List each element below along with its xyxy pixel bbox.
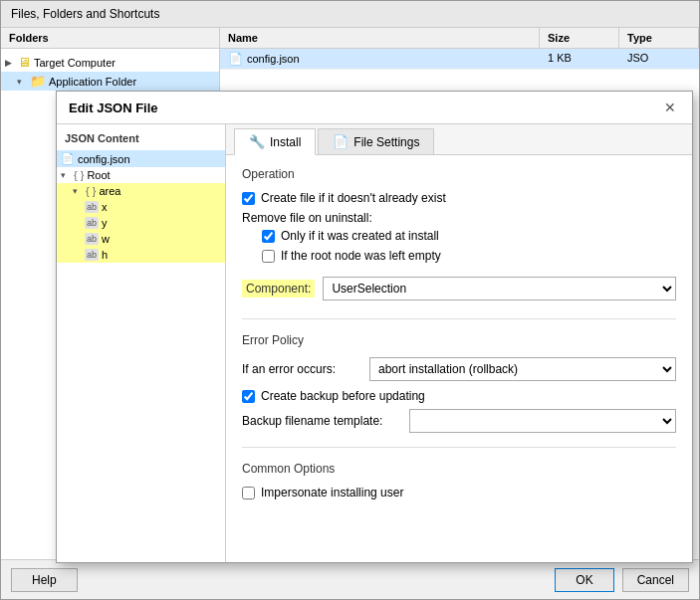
impersonate-row: Impersonate installing user xyxy=(242,486,676,500)
error-policy-header: Error Policy xyxy=(242,333,676,347)
json-tree-area-label: area xyxy=(99,185,120,197)
json-ab-h: ab xyxy=(85,249,99,261)
if-root-empty-row: If the root node was left empty xyxy=(242,249,676,263)
tab-install[interactable]: 🔧 Install xyxy=(234,128,316,155)
folder-tree: ▶ 🖥 Target Computer ▾ 📁 Application Fold… xyxy=(1,49,219,95)
json-tree-config-label: config.json xyxy=(78,153,130,165)
json-file-icon: 📄 xyxy=(61,152,75,165)
json-tree-area[interactable]: ▾ { } area xyxy=(57,183,225,199)
create-backup-checkbox[interactable] xyxy=(242,390,255,403)
json-tree-panel: JSON Content 📄 config.json ▾ { } Root ▾ … xyxy=(57,124,226,562)
json-tree-h[interactable]: ab h xyxy=(57,247,225,263)
json-tree-w[interactable]: ab w xyxy=(57,231,225,247)
divider-1 xyxy=(242,318,676,319)
tree-label-target-computer: Target Computer xyxy=(34,57,116,69)
tab-install-label: Install xyxy=(270,135,301,149)
json-area-arrow: ▾ xyxy=(73,186,83,196)
file-row[interactable]: 📄 config.json 1 KB JSO xyxy=(220,49,699,70)
arrow-target-computer: ▶ xyxy=(5,58,15,68)
divider-2 xyxy=(242,447,676,448)
tab-file-settings-label: File Settings xyxy=(353,135,419,149)
tree-item-application-folder[interactable]: ▾ 📁 Application Folder xyxy=(1,72,219,91)
json-ab-x: ab xyxy=(85,201,99,213)
json-tree-x[interactable]: ab x xyxy=(57,199,225,215)
main-title: Files, Folders and Shortcuts xyxy=(11,7,159,21)
create-backup-row: Create backup before updating xyxy=(242,389,676,403)
folder-icon-application-folder: 📁 xyxy=(30,74,46,89)
col-size: Size xyxy=(540,28,619,48)
json-tree-w-label: w xyxy=(102,233,110,245)
if-error-row: If an error occurs: abort installation (… xyxy=(242,357,676,381)
bottom-right-buttons: OK Cancel xyxy=(555,568,689,592)
impersonate-label: Impersonate installing user xyxy=(261,486,403,500)
json-ab-y: ab xyxy=(85,217,99,229)
tree-label-application-folder: Application Folder xyxy=(49,76,136,88)
edit-json-dialog: Edit JSON File ✕ JSON Content 📄 config.j… xyxy=(56,91,693,563)
col-name: Name xyxy=(220,28,540,48)
bottom-bar: Help OK Cancel xyxy=(1,559,699,599)
help-button[interactable]: Help xyxy=(11,568,78,592)
component-label: Component: xyxy=(242,280,315,298)
main-title-bar: Files, Folders and Shortcuts xyxy=(1,1,699,28)
if-root-empty-checkbox[interactable] xyxy=(262,250,275,263)
create-file-row: Create file if it doesn't already exist xyxy=(242,191,676,205)
folder-icon-target-computer: 🖥 xyxy=(18,55,31,70)
backup-filename-select[interactable] xyxy=(409,409,676,433)
dialog-title-bar: Edit JSON File ✕ xyxy=(57,92,692,124)
backup-filename-row: Backup filename template: xyxy=(242,409,676,433)
only-if-created-checkbox[interactable] xyxy=(262,230,275,243)
json-root-brace: { } xyxy=(74,169,84,181)
json-tree-h-label: h xyxy=(102,249,108,261)
operation-section-header: Operation xyxy=(242,167,676,181)
json-root-arrow: ▾ xyxy=(61,170,71,180)
backup-filename-label: Backup filename template: xyxy=(242,414,401,428)
dialog-body: JSON Content 📄 config.json ▾ { } Root ▾ … xyxy=(57,124,692,562)
json-tree-y-label: y xyxy=(102,217,108,229)
if-root-empty-label: If the root node was left empty xyxy=(281,249,441,263)
dialog-close-button[interactable]: ✕ xyxy=(660,100,680,115)
component-row: Component: UserSelection xyxy=(242,273,676,304)
if-error-select[interactable]: abort installation (rollback) continue xyxy=(369,357,676,381)
arrow-application-folder: ▾ xyxy=(17,77,27,87)
json-area-brace: { } xyxy=(86,185,96,197)
file-size: 1 KB xyxy=(540,49,619,69)
create-file-label: Create file if it doesn't already exist xyxy=(261,191,446,205)
json-tree-x-label: x xyxy=(102,201,108,213)
install-tab-icon: 🔧 xyxy=(249,134,265,149)
file-list-header: Name Size Type xyxy=(220,28,699,49)
tab-file-settings[interactable]: 📄 File Settings xyxy=(318,128,434,154)
settings-content: Operation Create file if it doesn't alre… xyxy=(226,155,692,517)
file-name-cell: 📄 config.json xyxy=(220,49,540,69)
json-panel-label: JSON Content xyxy=(57,128,225,150)
dialog-title: Edit JSON File xyxy=(69,100,158,115)
folders-header: Folders xyxy=(1,28,219,49)
json-tree-y[interactable]: ab y xyxy=(57,215,225,231)
create-file-checkbox[interactable] xyxy=(242,192,255,205)
file-icon: 📄 xyxy=(228,52,243,66)
component-select[interactable]: UserSelection xyxy=(323,277,676,300)
cancel-button[interactable]: Cancel xyxy=(622,568,689,592)
json-tree-root[interactable]: ▾ { } Root xyxy=(57,167,225,183)
json-ab-w: ab xyxy=(85,233,99,245)
tabs-bar: 🔧 Install 📄 File Settings xyxy=(226,124,692,155)
only-if-created-label: Only if it was created at install xyxy=(281,229,439,243)
create-backup-label: Create backup before updating xyxy=(261,389,425,403)
if-error-label: If an error occurs: xyxy=(242,362,361,376)
tree-item-target-computer[interactable]: ▶ 🖥 Target Computer xyxy=(1,53,219,72)
ok-button[interactable]: OK xyxy=(555,568,613,592)
settings-panel: 🔧 Install 📄 File Settings Operation Crea… xyxy=(226,124,692,562)
col-type: Type xyxy=(619,28,699,48)
file-name: config.json xyxy=(247,53,300,65)
common-options-header: Common Options xyxy=(242,462,676,476)
file-type: JSO xyxy=(619,49,699,69)
json-tree-config-json[interactable]: 📄 config.json xyxy=(57,150,225,167)
file-settings-tab-icon: 📄 xyxy=(333,134,349,149)
remove-label: Remove file on uninstall: xyxy=(242,211,676,225)
json-tree-root-label: Root xyxy=(87,169,110,181)
only-if-created-row: Only if it was created at install xyxy=(242,229,676,243)
impersonate-checkbox[interactable] xyxy=(242,487,255,500)
